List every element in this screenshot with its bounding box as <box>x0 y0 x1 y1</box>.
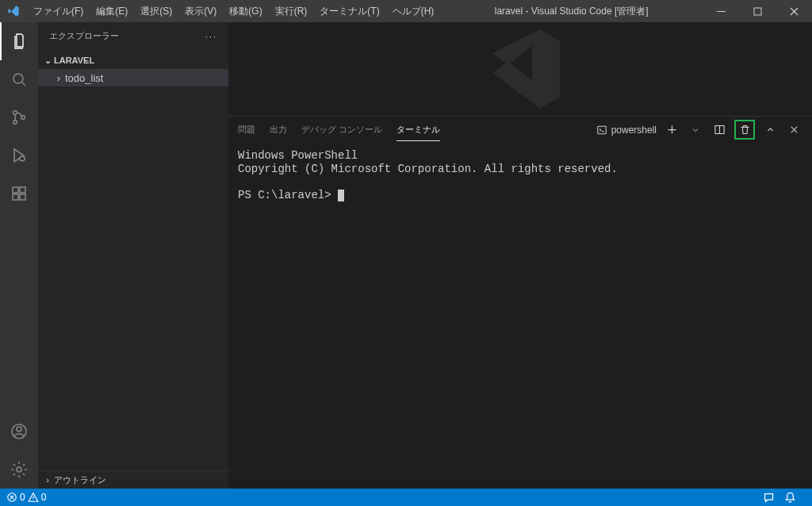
split-terminal-button[interactable] <box>710 121 728 139</box>
status-feedback-icon[interactable] <box>763 492 775 504</box>
svg-point-12 <box>17 427 21 431</box>
panel-tabs: 問題 出力 デバッグ コンソール ターミナル powershell <box>228 117 812 143</box>
terminal-dropdown-icon[interactable] <box>687 121 704 139</box>
kill-terminal-button[interactable] <box>736 121 753 139</box>
error-count: 0 <box>20 492 25 503</box>
maximize-panel-button[interactable] <box>761 121 779 139</box>
explorer-root-folder[interactable]: ⌄ LARAVEL <box>38 52 228 69</box>
menu-go[interactable]: 移動(G) <box>223 0 268 22</box>
svg-rect-10 <box>20 187 25 193</box>
outline-section[interactable]: › アウトライン <box>38 471 228 489</box>
svg-point-6 <box>20 156 25 161</box>
activity-explorer-icon[interactable] <box>0 22 38 60</box>
activity-settings-icon[interactable] <box>0 450 38 489</box>
terminal-content[interactable]: Windows PowerShell Copyright (C) Microso… <box>228 143 812 489</box>
new-terminal-button[interactable] <box>663 121 680 139</box>
outline-label: アウトライン <box>54 474 106 486</box>
vscode-watermark-icon <box>473 21 568 117</box>
error-icon <box>6 492 17 503</box>
maximize-button[interactable] <box>739 0 776 22</box>
activity-search-icon[interactable] <box>0 60 38 98</box>
editor-empty <box>228 22 812 116</box>
svg-rect-9 <box>20 194 25 200</box>
chevron-right-icon: › <box>52 72 65 84</box>
svg-rect-1 <box>754 8 761 15</box>
bottom-panel: 問題 出力 デバッグ コンソール ターミナル powershell <box>228 116 812 489</box>
tab-debug-console[interactable]: デバッグ コンソール <box>301 124 382 136</box>
panel-actions: powershell <box>596 120 802 140</box>
activity-source-control-icon[interactable] <box>0 98 38 136</box>
svg-rect-14 <box>597 126 606 133</box>
terminal-cursor <box>338 190 344 201</box>
sidebar-bottom: › アウトライン <box>38 470 228 489</box>
status-notifications-icon[interactable] <box>784 492 796 504</box>
sidebar-title: エクスプローラー <box>49 30 119 42</box>
explorer-folder-section: ⌄ LARAVEL › todo_list <box>38 50 228 88</box>
terminal-line: Windows PowerShell <box>238 149 358 162</box>
menu-edit[interactable]: 編集(E) <box>90 0 134 22</box>
svg-rect-7 <box>13 187 18 193</box>
minimize-button[interactable] <box>703 0 739 22</box>
svg-point-4 <box>13 121 17 125</box>
editor-area: 問題 出力 デバッグ コンソール ターミナル powershell <box>228 22 812 489</box>
menu-terminal[interactable]: ターミナル(T) <box>313 0 385 22</box>
shell-label: powershell <box>611 125 657 136</box>
svg-point-13 <box>17 467 21 472</box>
window-title: laravel - Visual Studio Code [管理者] <box>440 5 703 18</box>
main-area: エクスプローラー ··· ⌄ LARAVEL › todo_list › アウト… <box>0 22 812 489</box>
warning-icon <box>28 492 39 503</box>
svg-rect-8 <box>13 194 18 200</box>
explorer-item-todo-list[interactable]: › todo_list <box>38 69 228 86</box>
svg-rect-0 <box>717 11 726 12</box>
tab-problems[interactable]: 問題 <box>238 124 255 136</box>
terminal-icon <box>596 125 607 136</box>
trash-icon <box>739 124 751 136</box>
sidebar-more-icon[interactable]: ··· <box>205 32 217 41</box>
menu-run[interactable]: 実行(R) <box>269 0 314 22</box>
sidebar-explorer: エクスプローラー ··· ⌄ LARAVEL › todo_list › アウト… <box>38 22 228 489</box>
sidebar-header: エクスプローラー ··· <box>38 22 228 50</box>
menu-file[interactable]: ファイル(F) <box>27 0 90 22</box>
project-name: LARAVEL <box>54 56 94 65</box>
window-controls <box>703 0 812 22</box>
status-bar: 0 0 <box>0 489 812 506</box>
chevron-down-icon: ⌄ <box>41 56 54 66</box>
close-button[interactable] <box>776 0 812 22</box>
svg-point-3 <box>13 111 17 115</box>
highlight-annotation <box>734 120 755 140</box>
tab-output[interactable]: 出力 <box>270 124 287 136</box>
activity-bar <box>0 22 38 489</box>
vscode-logo-icon <box>0 5 27 17</box>
menu-help[interactable]: ヘルプ(H) <box>386 0 441 22</box>
menu-selection[interactable]: 選択(S) <box>134 0 178 22</box>
title-bar: ファイル(F) 編集(E) 選択(S) 表示(V) 移動(G) 実行(R) ター… <box>0 0 812 22</box>
svg-point-5 <box>21 116 25 120</box>
menu-view[interactable]: 表示(V) <box>178 0 223 22</box>
activity-extensions-icon[interactable] <box>0 174 38 213</box>
svg-point-2 <box>13 74 23 83</box>
terminal-prompt: PS C:\laravel> <box>238 189 338 201</box>
terminal-line: Copyright (C) Microsoft Corporation. All… <box>238 163 618 175</box>
close-panel-button[interactable] <box>785 121 802 139</box>
status-problems[interactable]: 0 0 <box>6 492 46 503</box>
warning-count: 0 <box>41 492 47 503</box>
menu-bar: ファイル(F) 編集(E) 選択(S) 表示(V) 移動(G) 実行(R) ター… <box>27 0 440 22</box>
explorer-item-label: todo_list <box>65 72 103 84</box>
chevron-right-icon: › <box>41 475 54 485</box>
tab-terminal[interactable]: ターミナル <box>396 124 440 141</box>
terminal-shell-select[interactable]: powershell <box>596 125 657 136</box>
activity-account-icon[interactable] <box>0 412 38 450</box>
activity-run-icon[interactable] <box>0 136 38 174</box>
